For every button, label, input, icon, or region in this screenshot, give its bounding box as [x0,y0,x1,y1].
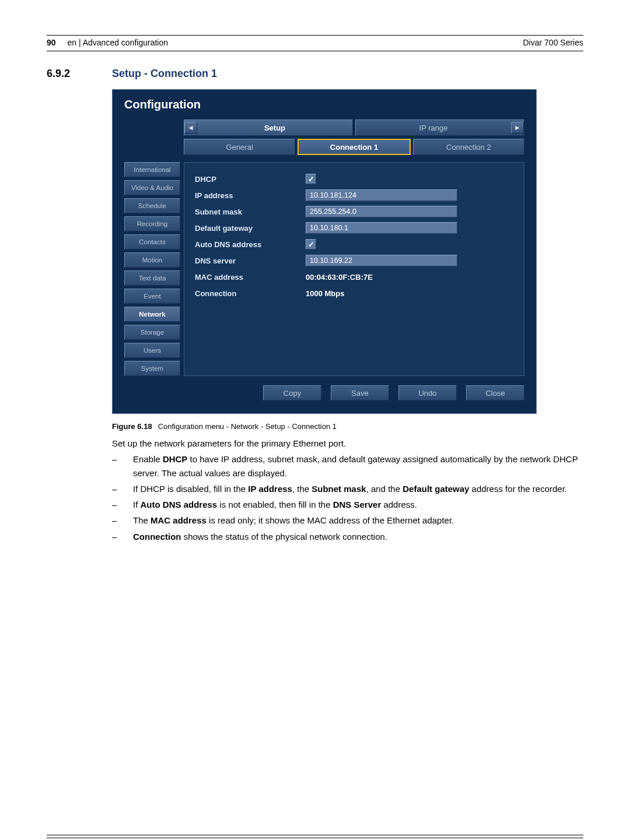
dns-input[interactable]: 10.10.169.22 [306,255,457,266]
figure-caption-text: Configuration menu - Network - Setup - C… [158,422,337,431]
dhcp-checkbox[interactable]: ✓ [306,174,316,184]
bullet-4: –The MAC address is read only; it shows … [112,514,583,527]
body-text: Set up the network parameters for the pr… [112,437,583,543]
menu-international[interactable]: International [124,162,180,177]
copy-button[interactable]: Copy [263,385,321,400]
connection-value: 1000 Mbps [306,289,344,298]
subtab-connection-1-label: Connection 1 [299,143,409,152]
arrow-left-icon[interactable]: ◄ [184,122,197,133]
figure-caption: Figure 6.18Configuration menu - Network … [112,422,583,431]
section-title: Setup - Connection 1 [112,68,217,80]
bullet-1: –Enable DHCP to have IP address, subnet … [112,452,583,480]
menu-network[interactable]: Network [124,307,180,322]
menu-video-audio[interactable]: Video & Audio [124,180,180,195]
subtab-connection-2-label: Connection 2 [414,143,524,152]
header-left-text: en | Advanced configuration [67,38,168,47]
menu-users[interactable]: Users [124,343,180,358]
subtab-general-label: General [184,143,295,152]
subnet-label: Subnet mask [195,208,306,216]
page-footer: F.01U.246.471 | v3.6 | 2011.11 Installat… [47,838,583,840]
subtab-general[interactable]: General [184,139,295,155]
dns-label: DNS server [195,256,306,265]
footer-rule-top [47,835,583,835]
undo-button[interactable]: Undo [398,385,457,400]
subtab-connection-1[interactable]: Connection 1 [298,139,410,155]
page-header: 90 en | Advanced configuration Divar 700… [47,38,583,51]
menu-contacts[interactable]: Contacts [124,234,180,249]
bullet-3: –If Auto DNS address is not enabled, the… [112,498,583,511]
dhcp-label: DHCP [195,175,306,184]
menu-system[interactable]: System [124,361,180,376]
section-number: 6.9.2 [47,68,112,89]
page-number: 90 [47,38,56,47]
connection-label: Connection [195,289,306,298]
figure-number: Figure 6.18 [112,422,152,431]
header-right-text: Divar 700 Series [523,38,584,47]
bullet-2: –If DHCP is disabled, fill in the IP add… [112,482,583,495]
mac-value: 00:04:63:0F:CB:7E [306,273,373,282]
main-tab-setup-label: Setup [197,124,352,132]
subnet-input[interactable]: 255.255.254.0 [306,206,457,217]
side-menu: International Video & Audio Schedule Rec… [124,162,180,376]
menu-storage[interactable]: Storage [124,325,180,340]
main-tab-ip-range[interactable]: IP range ► [355,120,524,136]
gateway-label: Default gateway [195,224,306,233]
autodns-label: Auto DNS address [195,240,306,249]
menu-motion[interactable]: Motion [124,252,180,268]
menu-event[interactable]: Event [124,289,180,304]
mac-label: MAC address [195,273,306,282]
bullet-5: –Connection shows the status of the phys… [112,530,583,543]
subtab-connection-2[interactable]: Connection 2 [413,139,524,155]
menu-schedule[interactable]: Schedule [124,198,180,213]
save-button[interactable]: Save [331,385,389,400]
menu-recording[interactable]: Recording [124,216,180,231]
gateway-input[interactable]: 10.10.180.1 [306,222,457,234]
form-area: DHCP ✓ IP address 10.10.181.124 Subnet m… [184,162,524,376]
ip-label: IP address [195,191,306,200]
ip-input[interactable]: 10.10.181.124 [306,189,457,201]
main-tab-ip-range-label: IP range [356,124,511,132]
main-tab-setup[interactable]: ◄ Setup [184,120,353,136]
menu-text-data[interactable]: Text data [124,270,180,286]
intro-text: Set up the network parameters for the pr… [112,437,583,450]
close-button[interactable]: Close [466,385,524,400]
configuration-panel: Configuration ◄ Setup IP range ► General [112,89,537,414]
autodns-checkbox[interactable]: ✓ [306,239,316,249]
arrow-right-icon[interactable]: ► [511,122,524,133]
header-rule-top [47,35,583,36]
panel-title: Configuration [124,98,524,111]
